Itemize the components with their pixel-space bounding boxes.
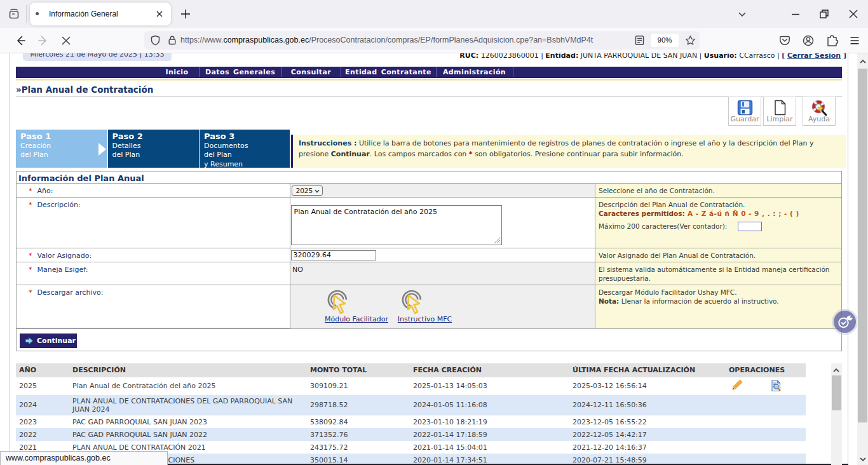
window-minimize-button[interactable]	[785, 4, 806, 24]
th-monto[interactable]: MONTO TOTAL	[310, 363, 367, 377]
list-tabs-chevron-icon[interactable]	[732, 4, 752, 24]
continuar-button[interactable]: Continuar	[20, 334, 77, 348]
anio-label-text: Año:	[37, 187, 53, 195]
step-1-arrow-icon	[98, 143, 106, 156]
cell-desc: Plan Anual de Contratación del año 2025	[72, 382, 301, 390]
extensions-puzzle-icon[interactable]	[824, 32, 841, 50]
th-operaciones[interactable]: OPERACIONES	[729, 363, 785, 377]
step-2-box: Paso 2 Detalles del Plan	[108, 130, 200, 168]
stop-button[interactable]	[57, 32, 75, 50]
table-row[interactable]: 2024 PLAN ANUAL DE CONTRATACIONES DEL GA…	[16, 395, 806, 415]
step-3-line1: Documentos	[204, 142, 290, 151]
valor-label-text: Valor Asignado:	[37, 252, 92, 260]
menu-item-consultar[interactable]: Consultar	[281, 68, 341, 77]
cell-actualizacion: 2021-12-20 14:16:37	[573, 443, 647, 452]
esigef-help-text: El sistema valida automáticamente si la …	[599, 266, 830, 282]
menu-item-administracion[interactable]: Administración	[436, 68, 513, 77]
scroll-up-icon[interactable]	[833, 368, 839, 373]
required-star: *	[29, 288, 32, 297]
forward-button[interactable]	[34, 32, 52, 50]
instructivo-mfc-link[interactable]: Instructivo MFC	[385, 315, 465, 323]
counter-input[interactable]	[738, 222, 762, 231]
step-1-line2: del Plan	[20, 151, 107, 160]
menu-item-datos-generales[interactable]: Datos Generales	[199, 68, 281, 77]
ayuda-button[interactable]: Ayuda	[803, 97, 836, 126]
download-click-icon[interactable]	[398, 289, 428, 316]
entidad-label: Entidad:	[545, 53, 578, 60]
cell-monto: 298718.52	[310, 401, 348, 409]
pocket-icon[interactable]	[776, 32, 794, 50]
nota-label: Nota:	[599, 297, 619, 305]
nota-text: Llenar la información de acuerdo al inst…	[619, 297, 778, 305]
tab-close-icon[interactable]	[152, 6, 167, 22]
page-left-border	[10, 53, 10, 465]
step-1-title: Paso 1	[20, 131, 107, 141]
menu-item-inicio[interactable]: Inicio	[155, 68, 199, 77]
descripcion-textarea[interactable]: Plan Anual de Contratación del año 2025	[291, 205, 502, 245]
anio-label: *Año:	[29, 187, 53, 195]
esigef-label: *Maneja Esigef:	[29, 266, 88, 274]
browser-scrollbar-thumb[interactable]	[858, 69, 867, 422]
date-badge: Miércoles 21 de Mayo de 2025 | 13:33	[23, 53, 172, 61]
th-year[interactable]: AÑO	[19, 363, 36, 377]
tracking-protection-shield-icon[interactable]	[150, 35, 161, 46]
table-scrollbar-thumb[interactable]	[832, 375, 841, 410]
firefox-view-icon[interactable]	[7, 7, 21, 21]
guardar-button[interactable]: Guardar	[728, 97, 761, 126]
descripcion-help-line3: Máximo 200 caracteres(Ver contador):	[599, 222, 841, 231]
limpiar-label: Limpiar	[764, 115, 796, 123]
descripcion-label-text: Descripción:	[37, 201, 81, 209]
th-desc[interactable]: DESCRIPCIÓN	[72, 363, 126, 377]
download-click-icon[interactable]	[323, 289, 354, 316]
descripcion-help-line2: Caracteres permitidos: A - Z á-ú ñ Ñ 0 -…	[599, 209, 841, 218]
anio-help-text: Seleccione el año de Contratación.	[599, 187, 715, 194]
menu-item-entidad-contratante[interactable]: Entidad Contratante	[341, 68, 436, 77]
cell-actualizacion: 2023-12-05 16:55:22	[573, 418, 647, 426]
window-restore-button[interactable]	[814, 4, 834, 24]
valor-input[interactable]: 320029.64	[291, 250, 376, 260]
https-lock-icon[interactable]	[167, 35, 177, 46]
gold-band	[16, 79, 842, 81]
cell-creacion: 2022-01-14 17:18:59	[413, 431, 487, 439]
th-actualizacion[interactable]: ÚLTIMA FECHA ACTUALIZACIÓN	[573, 363, 695, 377]
descargar-help-line2: Nota: Llenar la información de acuerdo a…	[599, 297, 841, 306]
tab-strip: Información General	[0, 0, 868, 28]
anio-select[interactable]: 2025	[292, 185, 323, 196]
url-bar[interactable]: https://www.compraspublicas.gob.ec/Proce…	[144, 31, 700, 50]
th-creacion[interactable]: FECHA CREACIÓN	[413, 363, 482, 377]
hamburger-menu-icon[interactable]	[846, 32, 864, 50]
edit-pencil-icon[interactable]	[731, 379, 743, 391]
reader-mode-icon[interactable]	[634, 35, 645, 46]
column-divider	[595, 183, 595, 328]
required-star: *	[29, 201, 32, 209]
zoom-level-button[interactable]: 90%	[651, 34, 679, 47]
new-tab-button[interactable]	[177, 5, 194, 23]
limpiar-button[interactable]: Limpiar	[763, 97, 796, 126]
account-icon[interactable]	[799, 32, 817, 50]
cell-creacion: 2025-01-13 14:05:03	[413, 382, 487, 390]
table-scrollbar[interactable]	[831, 363, 842, 465]
chars-label: Caracteres permitidos:	[599, 210, 685, 217]
table-row[interactable]: 2025 Plan Anual de Contratación del año …	[16, 377, 806, 395]
scroll-up-icon[interactable]	[860, 59, 866, 64]
logout-link[interactable]: [ Cerrar Sesión ]	[782, 53, 846, 60]
back-button[interactable]	[11, 32, 29, 50]
view-detail-icon[interactable]	[770, 380, 782, 392]
browser-scrollbar[interactable]	[857, 53, 868, 465]
bookmark-star-icon[interactable]	[685, 35, 696, 46]
table-row[interactable]: 2022 PAC GAD PARROQUIAL SAN JUAN 2022 37…	[16, 428, 806, 441]
esigef-value: NO	[292, 266, 303, 274]
separator: |	[697, 53, 704, 60]
window-close-button[interactable]	[843, 4, 864, 24]
navigation-toolbar: https://www.compraspublicas.gob.ec/Proce…	[0, 28, 868, 53]
usuario-value: CCarrasco	[739, 53, 775, 60]
scroll-down-icon[interactable]	[860, 457, 866, 462]
cell-monto: 371352.76	[310, 431, 348, 439]
step-2-title: Paso 2	[112, 131, 200, 141]
table-row[interactable]: 2023 PAC GAD PARROQUIAL SAN JUAN 2023 53…	[16, 415, 806, 429]
floating-timer-widget[interactable]	[834, 311, 856, 333]
step-3-box: Paso 3 Documentos del Plan y Resumen	[200, 130, 290, 168]
active-tab[interactable]: Información General	[30, 3, 171, 25]
textarea-resize-grip[interactable]	[494, 237, 501, 244]
column-divider	[290, 183, 290, 328]
